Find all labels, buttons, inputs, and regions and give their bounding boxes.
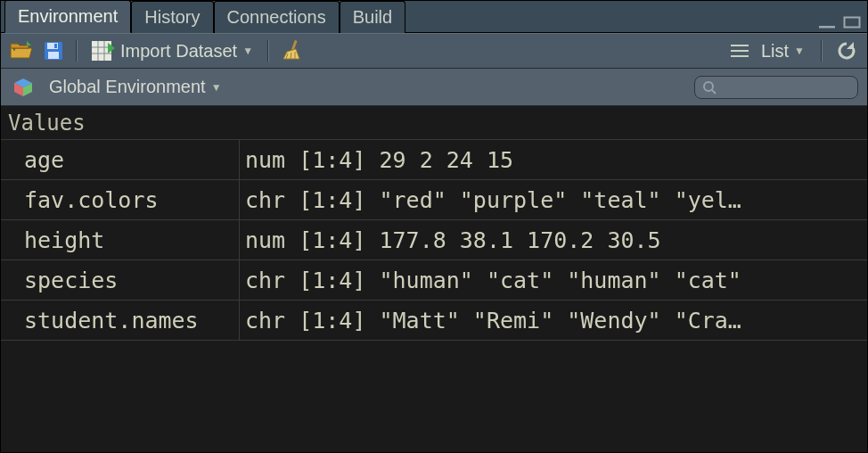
svg-rect-11: [291, 40, 298, 50]
table-row[interactable]: age num [1:4] 29 2 24 15: [1, 140, 867, 180]
open-folder-icon[interactable]: [8, 37, 35, 64]
section-header-label: Values: [8, 111, 86, 136]
values-section-header: Values: [1, 106, 867, 140]
variable-value: num [1:4] 177.8 38.1 170.2 30.5: [240, 220, 867, 259]
view-mode-dropdown[interactable]: List ▼: [756, 39, 810, 63]
table-row[interactable]: height num [1:4] 177.8 38.1 170.2 30.5: [1, 220, 867, 260]
broom-clear-icon[interactable]: [278, 37, 305, 64]
search-icon: [702, 80, 717, 95]
tab-history[interactable]: History: [131, 1, 213, 33]
import-dataset-dropdown[interactable]: Import Dataset ▼: [86, 36, 258, 66]
search-input[interactable]: [694, 76, 858, 99]
tab-label: History: [144, 7, 200, 27]
tab-label: Environment: [18, 6, 118, 26]
toolbar-separator: [76, 40, 78, 62]
tab-label: Build: [353, 7, 392, 27]
tab-label: Connections: [227, 7, 326, 27]
scope-bar: Global Environment ▼: [1, 69, 867, 106]
variable-name: height: [1, 220, 240, 259]
pane-window-controls: [817, 14, 862, 29]
environment-scope-dropdown[interactable]: Global Environment ▼: [44, 75, 227, 99]
variable-name: fav.colors: [1, 180, 240, 219]
tab-environment[interactable]: Environment: [4, 0, 131, 33]
variable-value: num [1:4] 29 2 24 15: [240, 140, 867, 179]
table-row[interactable]: fav.colors chr [1:4] "red" "purple" "tea…: [1, 180, 867, 220]
svg-rect-4: [48, 52, 59, 59]
variable-name: age: [1, 140, 240, 179]
svg-rect-0: [819, 26, 835, 29]
refresh-icon[interactable]: [833, 37, 860, 64]
svg-rect-5: [54, 44, 57, 48]
save-icon[interactable]: [40, 37, 67, 64]
chevron-down-icon: ▼: [211, 81, 222, 94]
variable-value: chr [1:4] "red" "purple" "teal" "yel…: [240, 180, 867, 219]
variable-name: species: [1, 260, 240, 300]
environment-cube-icon: [10, 74, 37, 101]
maximize-pane-icon[interactable]: [842, 14, 862, 29]
variable-name: student.names: [1, 301, 240, 340]
svg-point-21: [704, 82, 713, 91]
list-lines-icon: [731, 44, 749, 58]
toolbar: Import Dataset ▼ List: [1, 33, 867, 69]
environment-table: age num [1:4] 29 2 24 15 fav.colors chr …: [1, 140, 867, 452]
grid-import-icon: [92, 37, 115, 64]
environment-pane: Environment History Connections Build: [0, 0, 868, 453]
minimize-pane-icon[interactable]: [817, 14, 837, 29]
variable-value: chr [1:4] "human" "cat" "human" "cat": [240, 260, 867, 300]
chevron-down-icon: ▼: [794, 45, 805, 57]
tab-build[interactable]: Build: [340, 1, 405, 33]
environment-scope-label: Global Environment: [49, 77, 206, 97]
import-dataset-label: Import Dataset: [120, 41, 237, 62]
tab-bar: Environment History Connections Build: [1, 1, 867, 33]
table-row[interactable]: species chr [1:4] "human" "cat" "human" …: [1, 260, 867, 301]
svg-rect-1: [845, 18, 860, 28]
svg-line-22: [712, 90, 716, 94]
tab-connections[interactable]: Connections: [214, 1, 340, 33]
table-row[interactable]: student.names chr [1:4] "Matt" "Remi" "W…: [1, 301, 867, 341]
chevron-down-icon: ▼: [242, 45, 253, 57]
view-mode-label: List: [761, 41, 789, 62]
toolbar-separator: [821, 40, 823, 62]
variable-value: chr [1:4] "Matt" "Remi" "Wendy" "Cra…: [240, 301, 867, 340]
toolbar-separator: [267, 40, 269, 62]
